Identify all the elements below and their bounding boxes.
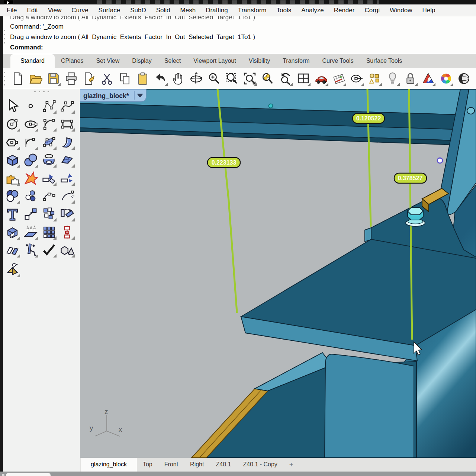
boolean-union-icon[interactable] bbox=[4, 187, 21, 204]
print-icon[interactable] bbox=[64, 70, 78, 87]
menu-corgi[interactable]: Corgi bbox=[364, 7, 380, 14]
flyout-triangle-icon[interactable] bbox=[17, 236, 20, 240]
flyout-triangle-icon[interactable] bbox=[53, 146, 57, 150]
toolbar-tab-cplanes[interactable]: CPlanes bbox=[55, 54, 90, 68]
flyout-triangle-icon[interactable] bbox=[71, 110, 75, 114]
pan-view-icon[interactable] bbox=[171, 70, 186, 87]
paste-icon[interactable] bbox=[135, 70, 150, 87]
zoom-dynamic-icon[interactable] bbox=[207, 70, 221, 87]
3d-viewport[interactable]: 0.223133 0.120522 0.378527 z y x glazing… bbox=[80, 89, 476, 458]
toolbar-tab-select[interactable]: Select bbox=[158, 54, 187, 68]
hex-bolt[interactable] bbox=[406, 207, 425, 226]
zoom-selected-icon[interactable] bbox=[260, 70, 275, 87]
toolbar-tab-transform[interactable]: Transform bbox=[276, 54, 316, 68]
undo-icon[interactable] bbox=[153, 70, 168, 87]
menu-tools[interactable]: Tools bbox=[276, 7, 291, 14]
flyout-triangle-icon[interactable] bbox=[17, 254, 20, 258]
edit-point-teal[interactable] bbox=[269, 104, 273, 108]
flyout-triangle-icon[interactable] bbox=[343, 83, 346, 86]
drafting-grid-icon[interactable] bbox=[332, 70, 346, 87]
flyout-triangle-icon[interactable] bbox=[53, 218, 57, 221]
flyout-triangle-icon[interactable] bbox=[325, 83, 328, 86]
flyout-triangle-icon[interactable] bbox=[71, 254, 75, 258]
scale-icon[interactable] bbox=[58, 223, 75, 240]
model-tab-glazing-block[interactable]: glazing_block bbox=[81, 458, 137, 472]
save-file-icon[interactable] bbox=[46, 70, 61, 87]
sidebar-grip[interactable] bbox=[34, 91, 49, 92]
orient-icon[interactable] bbox=[58, 205, 75, 222]
toolbar-tab-surface-tools[interactable]: Surface Tools bbox=[360, 54, 409, 68]
copy-icon[interactable] bbox=[118, 70, 132, 87]
lock-icon[interactable] bbox=[403, 70, 418, 87]
export-file-icon[interactable] bbox=[82, 70, 96, 87]
viewport-title[interactable]: glazing_block* bbox=[83, 92, 129, 100]
flyout-triangle-icon[interactable] bbox=[35, 146, 38, 150]
curve-interpolate-icon[interactable] bbox=[58, 97, 75, 114]
curve-edit-points-icon[interactable] bbox=[40, 187, 57, 204]
flyout-triangle-icon[interactable] bbox=[58, 83, 61, 86]
toolbar-tab-display[interactable]: Display bbox=[126, 54, 158, 68]
flyout-triangle-icon[interactable] bbox=[53, 110, 57, 114]
menu-surface[interactable]: Surface bbox=[99, 7, 120, 14]
menu-analyze[interactable]: Analyze bbox=[301, 7, 324, 14]
toolbar-grip[interactable] bbox=[4, 72, 5, 85]
spheres-icon[interactable] bbox=[22, 151, 39, 168]
flyout-triangle-icon[interactable] bbox=[71, 236, 75, 240]
menu-mesh[interactable]: Mesh bbox=[180, 7, 196, 14]
flyout-triangle-icon[interactable] bbox=[35, 236, 38, 240]
array-icon[interactable] bbox=[40, 223, 57, 240]
curved-surface-icon[interactable] bbox=[58, 133, 75, 150]
add-viewport-tab-button[interactable]: + bbox=[287, 458, 296, 472]
ellipse-icon[interactable] bbox=[22, 115, 39, 132]
viewport-layout-icon[interactable] bbox=[296, 70, 311, 87]
selection-filter-icon[interactable] bbox=[367, 70, 382, 87]
joint-hinge-icon[interactable] bbox=[22, 241, 39, 258]
model-tab-top[interactable]: Top bbox=[137, 458, 158, 472]
flyout-triangle-icon[interactable] bbox=[53, 164, 57, 168]
flyout-triangle-icon[interactable] bbox=[71, 200, 75, 204]
arc-icon[interactable] bbox=[40, 115, 57, 132]
flyout-triangle-icon[interactable] bbox=[254, 83, 257, 86]
extrude-surface-icon[interactable] bbox=[22, 223, 39, 240]
flyout-triangle-icon[interactable] bbox=[71, 218, 75, 221]
flyout-triangle-icon[interactable] bbox=[17, 274, 20, 277]
select-pointer-icon[interactable] bbox=[4, 97, 21, 114]
flyout-triangle-icon[interactable] bbox=[53, 254, 57, 258]
model-tab-front[interactable]: Front bbox=[158, 458, 184, 472]
text-object-icon[interactable] bbox=[4, 205, 21, 222]
check-select-icon[interactable] bbox=[40, 241, 57, 258]
flyout-triangle-icon[interactable] bbox=[308, 83, 311, 86]
model-tab-z40.1[interactable]: Z40.1 bbox=[210, 458, 237, 472]
flyout-triangle-icon[interactable] bbox=[35, 164, 38, 168]
flyout-triangle-icon[interactable] bbox=[71, 164, 75, 168]
control-point[interactable] bbox=[437, 158, 443, 163]
analysis-wedge-icon[interactable] bbox=[421, 70, 435, 87]
menu-subd[interactable]: SubD bbox=[130, 7, 146, 14]
single-point-icon[interactable] bbox=[22, 97, 39, 114]
explode-icon[interactable] bbox=[22, 169, 39, 187]
toolbar-tab-visibility[interactable]: Visibility bbox=[242, 54, 277, 68]
flyout-triangle-icon[interactable] bbox=[71, 128, 75, 132]
cylinder-icon[interactable] bbox=[40, 151, 57, 168]
menu-solid[interactable]: Solid bbox=[156, 7, 170, 14]
color-wheel-icon[interactable] bbox=[439, 70, 453, 87]
polygon-icon[interactable] bbox=[4, 133, 21, 150]
flyout-triangle-icon[interactable] bbox=[290, 83, 293, 86]
menu-help[interactable]: Help bbox=[422, 7, 435, 14]
menu-drafting[interactable]: Drafting bbox=[206, 7, 228, 14]
flyout-triangle-icon[interactable] bbox=[415, 83, 418, 86]
flyout-triangle-icon[interactable] bbox=[71, 182, 75, 186]
toolbar-tab-curve-tools[interactable]: Curve Tools bbox=[316, 54, 360, 68]
flyout-triangle-icon[interactable] bbox=[450, 83, 453, 86]
circle-icon[interactable] bbox=[4, 115, 21, 132]
menu-file[interactable]: File bbox=[7, 7, 17, 14]
open-file-icon[interactable] bbox=[28, 70, 43, 87]
trim-icon[interactable] bbox=[40, 169, 57, 187]
menu-render[interactable]: Render bbox=[334, 7, 355, 14]
shaded-sphere-icon[interactable] bbox=[457, 70, 471, 87]
menu-window[interactable]: Window bbox=[390, 7, 412, 14]
command-prompt[interactable]: Command: bbox=[10, 42, 476, 53]
rectangle-icon[interactable] bbox=[58, 115, 75, 132]
toolbar-tab-viewport-layout[interactable]: Viewport Layout bbox=[187, 54, 242, 68]
fillet-curves-icon[interactable] bbox=[22, 133, 39, 150]
